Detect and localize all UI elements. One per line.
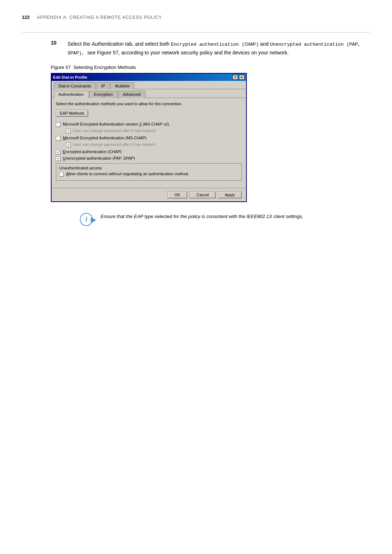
figure-label: Figure 57 Selecting Encryption Methods bbox=[51, 65, 370, 70]
eap-methods-row: EAP Methods bbox=[56, 110, 242, 120]
tabs-group-2: Authentication Encryption Advanced bbox=[54, 91, 146, 98]
option-chap: Encrypted authentication (CHAP) bbox=[56, 149, 242, 155]
page-number: 122 bbox=[22, 15, 30, 20]
tabs-row-2: Authentication Encryption Advanced bbox=[52, 89, 246, 98]
step-row: 10 Select the Authentication tab, and se… bbox=[51, 40, 370, 57]
option-ms-chap: Microsoft Encrypted Authentication (MS-C… bbox=[56, 136, 242, 141]
cancel-button[interactable]: Cancel bbox=[189, 191, 216, 198]
dialog-title: Edit Dial-in Profile bbox=[53, 75, 87, 79]
dialog-titlebar: Edit Dial-in Profile ? × bbox=[52, 74, 246, 81]
header-divider bbox=[22, 32, 370, 33]
note-box: i ▶ Ensure that the EAP type selected fo… bbox=[80, 213, 370, 226]
label-ms-chap-sub: User can change password after it has ex… bbox=[73, 142, 155, 147]
checkbox-pap[interactable] bbox=[56, 156, 61, 161]
option-pap: Unencrypted authentication (PAP, SPAP) bbox=[56, 156, 242, 161]
label-chap: Encrypted authentication (CHAP) bbox=[63, 149, 122, 154]
help-button[interactable]: ? bbox=[232, 75, 238, 80]
option-ms-chap-sub: User can change password after it has ex… bbox=[66, 142, 242, 147]
titlebar-buttons: ? × bbox=[232, 75, 245, 80]
note-icon-group: i ▶ bbox=[80, 213, 96, 226]
close-button[interactable]: × bbox=[239, 75, 245, 80]
ok-button[interactable]: OK bbox=[167, 191, 187, 198]
dialog-body: Select the authentication methods you wa… bbox=[52, 98, 246, 188]
label-unauthenticated: Allow clients to connect without negotia… bbox=[66, 172, 189, 176]
apply-button[interactable]: Apply bbox=[218, 191, 242, 198]
option-ms-chap-v2-sub: User can change password after it has ex… bbox=[66, 128, 242, 134]
checkbox-ms-chap-v2[interactable] bbox=[56, 122, 61, 127]
option-unauthenticated: Allow clients to connect without negotia… bbox=[59, 172, 238, 177]
auth-instruction: Select the authentication methods you wa… bbox=[56, 102, 242, 106]
step-container: 10 Select the Authentication tab, and se… bbox=[51, 40, 370, 226]
unauthenticated-legend: Unauthenticated access bbox=[59, 166, 238, 170]
checkbox-ms-chap-sub[interactable] bbox=[66, 143, 71, 147]
tab-advanced[interactable]: Advanced bbox=[118, 91, 146, 98]
tab-multilink[interactable]: Multilink bbox=[110, 82, 134, 89]
tabs-row-1: Dial-in Constraints IP Multilink bbox=[52, 81, 246, 89]
checkbox-ms-chap-v2-sub[interactable] bbox=[66, 129, 71, 134]
option-ms-chap-v2: Microsoft Encrypted Authentication versi… bbox=[56, 122, 242, 127]
step-number: 10 bbox=[51, 40, 62, 57]
eap-methods-button[interactable]: EAP Methods bbox=[56, 110, 88, 117]
checkbox-chap[interactable] bbox=[56, 150, 61, 155]
arrow-icon: ▶ bbox=[91, 213, 96, 226]
page-title: Appendix A: Creating A Remote Access Pol… bbox=[37, 15, 162, 20]
unauthenticated-group: Unauthenticated access Allow clients to … bbox=[56, 163, 242, 181]
tab-encryption[interactable]: Encryption bbox=[89, 91, 118, 98]
checkbox-unauthenticated[interactable] bbox=[59, 172, 64, 177]
step-text: Select the Authentication tab, and selec… bbox=[68, 40, 370, 57]
tab-ip[interactable]: IP bbox=[97, 82, 110, 89]
dialog-footer: OK Cancel Apply bbox=[52, 188, 246, 201]
label-ms-chap-v2: Microsoft Encrypted Authentication versi… bbox=[63, 122, 169, 126]
label-pap: Unencrypted authentication (PAP, SPAP) bbox=[63, 156, 135, 160]
tabs-group-1: Dial-in Constraints IP Multilink bbox=[54, 82, 134, 89]
label-ms-chap: Microsoft Encrypted Authentication (MS-C… bbox=[63, 136, 146, 140]
label-ms-chap-v2-sub: User can change password after it has ex… bbox=[73, 128, 155, 133]
tab-authentication[interactable]: Authentication bbox=[54, 91, 89, 98]
checkbox-ms-chap[interactable] bbox=[56, 136, 61, 141]
edit-dial-in-dialog: Edit Dial-in Profile ? × Dial-in Constra… bbox=[51, 73, 247, 202]
tab-dial-in-constraints[interactable]: Dial-in Constraints bbox=[54, 82, 96, 89]
page-header: 122 Appendix A: Creating A Remote Access… bbox=[22, 15, 370, 21]
note-text: Ensure that the EAP type selected for th… bbox=[101, 213, 303, 220]
